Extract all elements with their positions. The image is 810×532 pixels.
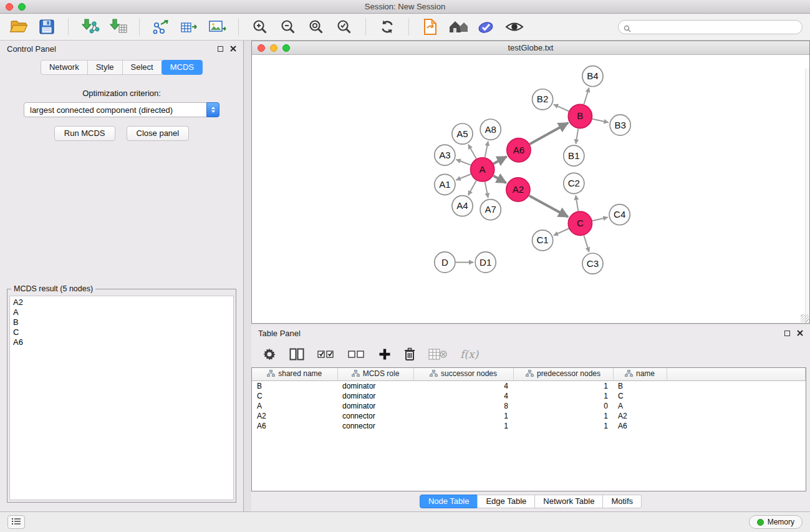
graph-node-B3[interactable]: B3 — [610, 115, 630, 135]
mcds-result-item[interactable]: A — [13, 307, 230, 317]
graph-node-A6[interactable]: A6 — [507, 138, 531, 162]
table-cell[interactable]: connector — [337, 411, 413, 421]
tab-edge-table[interactable]: Edge Table — [477, 495, 535, 508]
table-cell[interactable]: A2 — [252, 411, 337, 421]
home-icon[interactable] — [447, 17, 470, 37]
graph-node-B2[interactable]: B2 — [533, 89, 553, 110]
zoom-network-window-button[interactable] — [282, 44, 290, 52]
table-cell[interactable]: 8 — [413, 401, 513, 411]
table-row[interactable]: A6connector11A6 — [252, 421, 806, 431]
graph-edge[interactable] — [456, 174, 471, 180]
tab-motifs[interactable]: Motifs — [602, 495, 642, 508]
delete-column-icon[interactable] — [428, 348, 447, 360]
import-table-icon[interactable] — [107, 17, 129, 37]
column-header[interactable]: successor nodes — [413, 368, 513, 380]
graph-node-B1[interactable]: B1 — [564, 145, 584, 166]
eye-icon[interactable] — [503, 17, 526, 37]
network-canvas[interactable]: B4B2BB3A8A5A6A3B1AC2A1A2A4A7C4CC1DD1C3 — [252, 55, 809, 323]
tab-select[interactable]: Select — [122, 60, 162, 75]
save-icon[interactable] — [36, 17, 58, 37]
graph-edge[interactable] — [493, 176, 506, 183]
table-cell[interactable]: A — [613, 401, 667, 411]
graph-edge[interactable] — [485, 182, 488, 198]
export-table-icon[interactable] — [178, 17, 200, 37]
graph-edge[interactable] — [592, 119, 609, 123]
network-scrollbar[interactable] — [805, 69, 809, 323]
table-cell[interactable]: 4 — [413, 380, 513, 391]
graph-edge[interactable] — [485, 142, 488, 157]
table-cell[interactable]: 1 — [513, 421, 613, 431]
graph-edge[interactable] — [554, 104, 569, 111]
graph-node-A3[interactable]: A3 — [435, 145, 455, 165]
select-all-icon[interactable] — [317, 349, 335, 360]
graph-node-C3[interactable]: C3 — [582, 253, 603, 274]
add-icon[interactable] — [378, 348, 391, 360]
memory-button[interactable]: Memory — [749, 515, 803, 529]
minimize-network-window-button[interactable] — [270, 44, 277, 52]
zoom-in-icon[interactable] — [249, 17, 271, 37]
graph-node-C1[interactable]: C1 — [533, 230, 553, 251]
tab-node-table[interactable]: Node Table — [420, 495, 478, 508]
close-table-panel-icon[interactable] — [797, 330, 803, 336]
graph-edge[interactable] — [592, 217, 608, 221]
optimization-criterion-dropdown[interactable]: largest connected component (directed) — [24, 102, 219, 117]
table-cell[interactable]: 4 — [413, 391, 513, 401]
table-row[interactable]: Adominator80A — [252, 401, 806, 411]
mcds-result-item[interactable]: C — [13, 327, 230, 337]
graph-node-A4[interactable]: A4 — [452, 196, 473, 216]
graph-node-A1[interactable]: A1 — [435, 174, 455, 195]
zoom-window-button[interactable] — [18, 3, 26, 11]
export-image-icon[interactable] — [206, 17, 228, 37]
table-cell[interactable]: 1 — [513, 391, 613, 401]
network-graph[interactable]: B4B2BB3A8A5A6A3B1AC2A1A2A4A7C4CC1DD1C3 — [252, 55, 809, 323]
float-table-panel-icon[interactable] — [784, 331, 790, 336]
search-input[interactable] — [618, 20, 803, 34]
table-cell[interactable]: 1 — [413, 421, 513, 431]
table-row[interactable]: Bdominator41B — [252, 380, 806, 391]
table-cell[interactable]: A — [252, 401, 337, 411]
table-row[interactable]: A2connector11A2 — [252, 411, 806, 421]
resize-grip[interactable] — [801, 314, 809, 322]
table-cell[interactable]: connector — [337, 421, 413, 431]
column-header[interactable]: MCDS role — [337, 368, 413, 380]
close-window-button[interactable] — [6, 3, 13, 11]
mcds-result-item[interactable]: A2 — [13, 297, 230, 307]
table-cell[interactable]: B — [252, 380, 337, 391]
trash-icon[interactable] — [404, 347, 415, 361]
graph-node-A7[interactable]: A7 — [480, 200, 501, 220]
graph-edge[interactable] — [584, 88, 589, 104]
report-icon[interactable] — [419, 17, 441, 37]
table-cell[interactable]: A2 — [613, 411, 667, 421]
column-header[interactable]: name — [613, 368, 667, 380]
import-network-icon[interactable] — [79, 17, 101, 37]
graph-node-A8[interactable]: A8 — [480, 119, 501, 140]
mcds-result-item[interactable]: A6 — [13, 337, 230, 347]
graph-node-C4[interactable]: C4 — [609, 205, 630, 225]
function-builder-icon[interactable]: f(x) — [460, 348, 478, 360]
columns-icon[interactable] — [289, 348, 304, 360]
table-row[interactable]: Cdominator41C — [252, 391, 806, 401]
run-mcds-button[interactable]: Run MCDS — [54, 126, 115, 141]
zoom-fit-icon[interactable] — [305, 17, 327, 37]
graph-edge[interactable] — [576, 128, 578, 143]
style-validate-icon[interactable] — [475, 17, 498, 37]
graph-edge[interactable] — [576, 195, 578, 211]
graph-edge[interactable] — [529, 196, 568, 217]
table-cell[interactable]: dominator — [337, 401, 413, 411]
table-cell[interactable]: B — [613, 380, 667, 391]
mcds-result-item[interactable]: B — [13, 317, 230, 327]
tab-network-table[interactable]: Network Table — [534, 495, 603, 508]
table-cell[interactable]: 1 — [513, 411, 613, 421]
graph-node-A5[interactable]: A5 — [452, 123, 473, 144]
table-cell[interactable]: 0 — [513, 401, 613, 411]
graph-edge[interactable] — [584, 235, 589, 251]
table-cell[interactable]: A6 — [252, 421, 337, 431]
graph-edge[interactable] — [456, 160, 471, 165]
close-panel-icon[interactable] — [230, 46, 236, 52]
tab-network[interactable]: Network — [41, 60, 88, 75]
close-network-window-button[interactable] — [258, 44, 265, 52]
graph-node-D1[interactable]: D1 — [475, 252, 496, 273]
mcds-result-list[interactable]: A2ABCA6 — [9, 296, 234, 500]
refresh-icon[interactable] — [376, 17, 398, 37]
table-cell[interactable]: A6 — [613, 421, 667, 431]
